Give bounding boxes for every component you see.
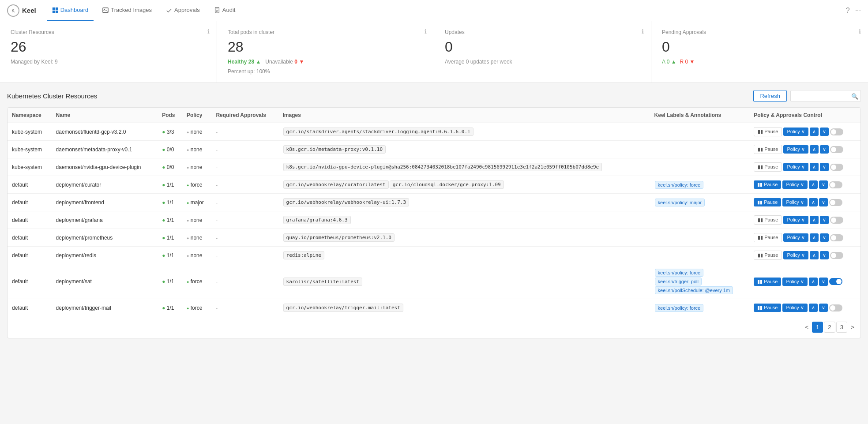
cell-controls: ▮▮ Pause Policy ∨ ∧ ∨	[749, 211, 860, 229]
tab-dashboard[interactable]: Dashboard	[47, 0, 94, 21]
pause-button[interactable]: ▮▮ Pause	[754, 145, 782, 154]
up-button[interactable]: ∧	[810, 216, 819, 224]
toggle-switch[interactable]	[830, 252, 843, 259]
pause-button[interactable]: ▮▮ Pause	[754, 180, 781, 189]
toggle-switch[interactable]	[829, 181, 842, 188]
up-button[interactable]: ∧	[809, 198, 818, 206]
table-row: default deployment/grafana ● 1/1 ● none …	[8, 211, 860, 229]
up-button[interactable]: ∧	[809, 278, 818, 286]
updates-info-icon[interactable]: ℹ	[642, 28, 644, 35]
toggle-switch[interactable]	[830, 128, 843, 135]
tab-approvals[interactable]: Approvals	[161, 0, 205, 21]
up-button[interactable]: ∧	[810, 145, 819, 154]
image-tag: gcr.io/cloudsql-docker/gce-proxy:1.09	[390, 180, 504, 189]
policy-button[interactable]: Policy ∨	[783, 233, 808, 242]
policy-button[interactable]: Policy ∨	[782, 180, 807, 189]
cell-namespace: default	[8, 229, 52, 247]
cluster-resources-info-icon[interactable]: ℹ	[207, 28, 210, 35]
search-input[interactable]	[790, 90, 861, 102]
toggle-switch[interactable]	[829, 304, 842, 311]
page-3-button[interactable]: 3	[836, 322, 847, 333]
col-keel-labels: Keel Labels & Annotations	[650, 108, 750, 123]
up-button[interactable]: ∧	[809, 304, 818, 312]
cell-required-approvals: -	[211, 264, 278, 299]
image-tag: gcr.io/stackdriver-agents/stackdriver-lo…	[283, 128, 473, 136]
pause-button[interactable]: ▮▮ Pause	[754, 215, 782, 225]
toggle-switch[interactable]	[829, 199, 842, 206]
ap-indicators: A 0 ▲ R 0 ▼	[662, 59, 857, 65]
toggle-switch[interactable]	[830, 234, 843, 241]
pause-button[interactable]: ▮▮ Pause	[754, 251, 782, 260]
toggle-switch[interactable]	[830, 217, 843, 224]
up-button[interactable]: ∧	[810, 251, 819, 259]
cluster-resources-label: Cluster Resources	[11, 29, 206, 35]
down-button[interactable]: ∨	[820, 216, 829, 224]
cell-required-approvals: -	[211, 299, 278, 317]
table-row: default deployment/trigger-mail ● 1/1 ● …	[8, 299, 860, 317]
keel-label: keel.sh/policy: force	[655, 181, 704, 189]
policy-button[interactable]: Policy ∨	[783, 251, 808, 259]
healthy-label: Healthy	[228, 59, 247, 65]
page-2-button[interactable]: 2	[824, 322, 835, 333]
logo-icon: K	[7, 4, 19, 17]
percent-up: Percent up: 100%	[228, 68, 423, 75]
up-button[interactable]: ∧	[810, 233, 819, 242]
pause-button[interactable]: ▮▮ Pause	[754, 278, 781, 286]
cell-name: deployment/curator	[52, 176, 158, 194]
down-button[interactable]: ∨	[820, 163, 829, 171]
unavailable-label: Unavailable	[265, 59, 293, 65]
up-button[interactable]: ∧	[810, 128, 819, 136]
prev-page-button[interactable]: <	[802, 322, 811, 332]
down-button[interactable]: ∨	[819, 180, 828, 189]
grid-icon	[52, 7, 58, 13]
refresh-button[interactable]: Refresh	[753, 90, 787, 102]
cell-images: quay.io/prometheus/prometheus:v2.1.0	[278, 229, 650, 247]
down-button[interactable]: ∨	[820, 128, 829, 136]
tab-tracked-images[interactable]: Tracked Images	[97, 0, 157, 21]
nav-right: ? ···	[846, 7, 861, 15]
down-button[interactable]: ∨	[820, 251, 829, 259]
up-button[interactable]: ∧	[810, 163, 819, 171]
down-button[interactable]: ∨	[820, 233, 829, 242]
cell-policy: ● none	[182, 123, 211, 141]
more-button[interactable]: ···	[855, 7, 861, 15]
cell-required-approvals: -	[211, 211, 278, 229]
pause-button[interactable]: ▮▮ Pause	[754, 162, 782, 172]
help-button[interactable]: ?	[846, 7, 850, 15]
policy-button[interactable]: Policy ∨	[783, 128, 808, 136]
toggle-switch[interactable]	[830, 164, 843, 171]
policy-button[interactable]: Policy ∨	[782, 198, 807, 206]
cell-pods: ● 3/3	[158, 123, 182, 141]
updates-label: Updates	[445, 29, 640, 35]
up-button[interactable]: ∧	[809, 180, 818, 189]
toggle-switch[interactable]	[830, 146, 843, 153]
down-button[interactable]: ∨	[819, 198, 828, 206]
policy-button[interactable]: Policy ∨	[783, 145, 808, 154]
app-title: Keel	[22, 7, 36, 14]
total-pods-info-icon[interactable]: ℹ	[425, 28, 427, 35]
tab-audit[interactable]: Audit	[209, 0, 241, 21]
down-button[interactable]: ∨	[820, 145, 829, 154]
cell-images: gcr.io/webhookrelay/trigger-mail:latest	[278, 299, 650, 317]
pause-button[interactable]: ▮▮ Pause	[754, 304, 781, 312]
keel-label: keel.sh/pollSchedule: @every 1m	[655, 286, 733, 294]
pause-button[interactable]: ▮▮ Pause	[754, 198, 781, 206]
policy-button[interactable]: Policy ∨	[783, 216, 808, 224]
pause-button[interactable]: ▮▮ Pause	[754, 127, 782, 136]
policy-button[interactable]: Policy ∨	[783, 163, 808, 171]
policy-button[interactable]: Policy ∨	[782, 304, 807, 312]
ap-r: R 0 ▼	[680, 59, 695, 65]
cell-name: deployment/redis	[52, 247, 158, 264]
page-1-button[interactable]: 1	[812, 322, 823, 333]
policy-button[interactable]: Policy ∨	[782, 278, 807, 286]
toggle-switch[interactable]	[829, 278, 842, 285]
nav-bar: K Keel Dashboard Tracked Images Approval…	[0, 0, 868, 21]
pause-button[interactable]: ▮▮ Pause	[754, 233, 782, 242]
down-button[interactable]: ∨	[819, 278, 828, 286]
cell-name: deployment/sat	[52, 264, 158, 299]
image-icon	[102, 7, 109, 13]
next-page-button[interactable]: >	[848, 322, 857, 332]
pending-approvals-info-icon[interactable]: ℹ	[859, 28, 861, 35]
section-controls: Refresh 🔍	[753, 90, 861, 102]
down-button[interactable]: ∨	[819, 304, 828, 312]
